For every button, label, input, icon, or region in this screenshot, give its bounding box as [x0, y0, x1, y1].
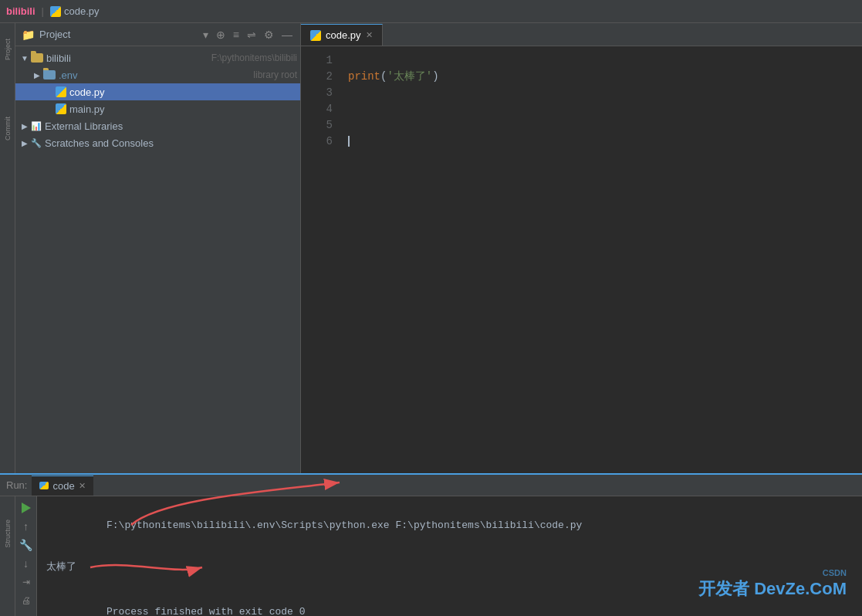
header-dropdown[interactable]: ▾: [201, 27, 210, 42]
title-bar: bilibili | code.py: [0, 0, 862, 23]
sidebar-icons: Project Commit: [0, 23, 15, 473]
line-numbers: 1 2 3 4 5 6: [301, 46, 336, 473]
tab-code-py[interactable]: code.py ✕: [301, 24, 383, 46]
scroll-up-button[interactable]: ↑: [18, 518, 35, 535]
arrow-env: ▶: [31, 71, 43, 80]
structure-label: Structure: [4, 520, 12, 548]
terminal-line-1: F:\pythonitems\bilibili\.env\Scripts\pyt…: [46, 503, 853, 549]
play-icon: [22, 503, 31, 513]
bottom-panel: Run: code ✕ Structure ↑ 🔧: [0, 473, 862, 616]
code-line-3: [348, 85, 850, 101]
tree-item-scratches[interactable]: ▶ 🔧 Scratches and Consoles: [15, 134, 300, 151]
terminal-exit: Process finished with exit code 0: [106, 606, 305, 616]
arrow-ext-libs: ▶: [19, 122, 31, 130]
code-line-1: [348, 52, 850, 69]
tab-close[interactable]: ✕: [366, 30, 373, 40]
project-header: 📁 Project ▾ ⊕ ≡ ⇌ ⚙ —: [15, 23, 300, 46]
terminal-line-4: Process finished with exit code 0: [46, 589, 853, 616]
up-icon: ↑: [23, 520, 29, 533]
wrap-button[interactable]: ⇥: [18, 574, 35, 591]
folder-env: [43, 70, 56, 80]
tab-py-icon: [310, 30, 321, 41]
wrench-icon: 🔧: [19, 539, 32, 551]
tab-bar: code.py ✕: [301, 23, 862, 46]
tab-label: code.py: [326, 29, 361, 41]
arrow-scratches: ▶: [19, 139, 31, 147]
scroll-down-button[interactable]: ↓: [18, 555, 35, 572]
title-logo: bilibili: [6, 5, 35, 17]
project-title: Project: [39, 29, 197, 40]
folder-bilibili: [31, 53, 43, 63]
icon-ext-libs: 📊: [31, 121, 42, 131]
terminal-area[interactable]: F:\pythonitems\bilibili\.env\Scripts\pyt…: [37, 496, 862, 616]
tree-item-bilibili[interactable]: ▼ bilibili F:\pythonitems\bilibili: [15, 49, 300, 66]
print-button[interactable]: 🖨: [18, 592, 35, 609]
title-file: code.py: [50, 5, 100, 17]
code-line-6: [348, 134, 850, 150]
terminal-output: 太棒了: [46, 560, 76, 575]
icon-scratches: 🔧: [31, 138, 42, 148]
run-tab-icon: [39, 482, 49, 489]
label-code-py: code.py: [69, 86, 297, 98]
code-line-2: print('太棒了'): [348, 69, 850, 85]
icon-main-py: [56, 103, 66, 114]
label-scratches: Scratches and Consoles: [45, 137, 297, 149]
file-tree: ▼ bilibili F:\pythonitems\bilibili ▶ .en…: [15, 46, 300, 473]
header-settings[interactable]: ⚙: [262, 27, 276, 42]
type-env: library root: [253, 69, 297, 80]
arrow-bilibili: ▼: [19, 54, 31, 63]
label-main-py: main.py: [69, 103, 297, 115]
print-icon: 🖨: [22, 595, 31, 606]
header-list[interactable]: ≡: [232, 27, 241, 42]
run-tab-close[interactable]: ✕: [79, 481, 86, 491]
editor-content: 1 2 3 4 5 6 print('太棒了'): [301, 46, 862, 473]
tree-item-env[interactable]: ▶ .env library root: [15, 66, 300, 83]
header-minimize[interactable]: —: [280, 27, 294, 42]
folder-icon-header: 📁: [22, 29, 35, 41]
arrow-annotation-svg: [83, 552, 206, 583]
icon-code-py: [56, 86, 66, 97]
title-sep: |: [42, 5, 44, 17]
terminal-path: F:\pythonitems\bilibili\.env\Scripts\pyt…: [106, 520, 582, 531]
editor-area: code.py ✕ 1 2 3 4 5 6 print('太棒了'): [301, 23, 862, 473]
code-area[interactable]: print('太棒了'): [336, 46, 862, 473]
code-line-4: [348, 101, 850, 117]
path-bilibili: F:\pythonitems\bilibili: [211, 52, 297, 63]
wrench-button[interactable]: 🔧: [18, 536, 35, 553]
tree-item-main-py[interactable]: main.py: [15, 100, 300, 117]
run-toolbar: ↑ 🔧 ↓ ⇥ 🖨: [15, 496, 37, 616]
play-button[interactable]: [18, 499, 35, 516]
run-content: Structure ↑ 🔧 ↓ ⇥: [0, 496, 862, 616]
code-line-5: [348, 117, 850, 134]
run-left-sidebar: Structure: [0, 496, 15, 616]
label-env: .env: [59, 69, 248, 81]
run-tab[interactable]: code ✕: [32, 476, 93, 496]
tree-item-code-py[interactable]: code.py: [15, 83, 300, 100]
run-tab-name: code: [52, 480, 74, 492]
label-ext-libs: External Libraries: [45, 120, 297, 132]
sidebar-item-commit[interactable]: Commit: [1, 105, 15, 151]
terminal-line-2: 太棒了: [46, 552, 853, 583]
project-panel: 📁 Project ▾ ⊕ ≡ ⇌ ⚙ — ▼ bilibili F:\pyth…: [15, 23, 301, 473]
label-bilibili: bilibili: [46, 52, 207, 64]
header-swap[interactable]: ⇌: [245, 27, 258, 42]
sidebar-item-project[interactable]: Project: [1, 26, 15, 73]
run-label: Run:: [6, 479, 27, 491]
tree-item-ext-libs[interactable]: ▶ 📊 External Libraries: [15, 117, 300, 134]
py-icon: [50, 6, 61, 17]
down-icon: ↓: [23, 557, 29, 570]
header-add[interactable]: ⊕: [215, 27, 227, 42]
run-tab-bar: Run: code ✕: [0, 475, 862, 496]
wrap-icon: ⇥: [22, 577, 30, 587]
